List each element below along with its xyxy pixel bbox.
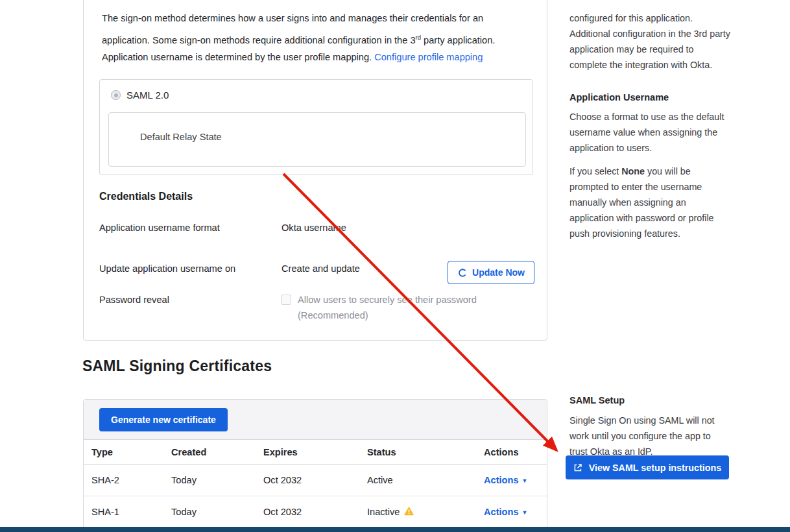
certificates-toolbar: Generate new certificate bbox=[84, 400, 547, 440]
chevron-down-icon: ▼ bbox=[522, 509, 528, 516]
cert-created: Today bbox=[171, 507, 263, 517]
cert-type: SHA-1 bbox=[91, 507, 171, 517]
default-relay-state-label: Default Relay State bbox=[140, 132, 222, 142]
saml-setup-paragraph: Single Sign On using SAML will not work … bbox=[569, 413, 730, 459]
cert-expires: Oct 2032 bbox=[263, 475, 367, 485]
footer-divider-bar bbox=[0, 527, 790, 532]
update-username-on-label: Update application username on bbox=[99, 263, 235, 274]
username-format-label: Application username format bbox=[99, 223, 220, 233]
actions-dropdown[interactable]: Actions▼ bbox=[484, 507, 527, 517]
configure-profile-mapping-link[interactable]: Configure profile mapping bbox=[374, 52, 483, 62]
external-link-icon bbox=[573, 463, 582, 472]
saml-radio-button[interactable] bbox=[111, 90, 121, 100]
app-username-p2-before: If you select bbox=[569, 166, 621, 176]
saml-certificates-heading: SAML Signing Certificates bbox=[82, 357, 272, 375]
actions-label: Actions bbox=[484, 475, 519, 485]
certificates-table-header: Type Created Expires Status Actions bbox=[84, 440, 547, 465]
password-reveal-option: Allow users to securely see their passwo… bbox=[298, 292, 505, 323]
chevron-down-icon: ▼ bbox=[522, 478, 528, 484]
username-mapping-description: Application username is determined by th… bbox=[102, 47, 543, 67]
actions-dropdown[interactable]: Actions▼ bbox=[484, 475, 527, 485]
cert-created: Today bbox=[171, 475, 263, 485]
cert-status: Inactive bbox=[367, 507, 400, 517]
actions-label: Actions bbox=[484, 507, 519, 517]
view-saml-setup-button[interactable]: View SAML setup instructions bbox=[566, 455, 729, 479]
application-username-heading: Application Username bbox=[569, 90, 730, 105]
password-reveal-note: (Recommended) bbox=[298, 310, 368, 320]
warning-icon bbox=[404, 507, 414, 518]
app-username-p2-after: you will be prompted to enter the userna… bbox=[569, 166, 714, 239]
saml-method-section: SAML 2.0 Default Relay State bbox=[99, 79, 533, 175]
cert-status: Active bbox=[367, 475, 393, 485]
username-format-value: Okta username bbox=[281, 223, 346, 233]
cert-type: SHA-2 bbox=[91, 475, 171, 485]
table-row: SHA-1 Today Oct 2032 Inactive Actions▼ bbox=[84, 496, 547, 527]
column-header-status: Status bbox=[367, 447, 484, 457]
refresh-icon bbox=[457, 268, 467, 278]
update-username-on-value: Create and update bbox=[281, 263, 360, 274]
column-header-expires: Expires bbox=[263, 447, 367, 457]
ordinal-superscript: rd bbox=[416, 34, 421, 41]
sign-on-description-tail: party application. bbox=[421, 35, 495, 45]
credentials-details-heading: Credentials Details bbox=[99, 191, 193, 202]
saml-setup-heading: SAML Setup bbox=[569, 393, 730, 408]
none-keyword: None bbox=[621, 166, 645, 176]
password-reveal-label: Password reveal bbox=[99, 295, 169, 305]
username-mapping-text: Application username is determined by th… bbox=[102, 52, 374, 62]
certificates-panel: Generate new certificate Type Created Ex… bbox=[83, 399, 547, 527]
saml-radio-label: SAML 2.0 bbox=[126, 90, 169, 101]
default-relay-state-field: Default Relay State bbox=[108, 112, 526, 167]
view-saml-setup-label: View SAML setup instructions bbox=[589, 463, 721, 473]
update-now-button[interactable]: Update Now bbox=[448, 261, 534, 284]
column-header-created: Created bbox=[171, 447, 263, 457]
password-reveal-option-text: Allow users to securely see their passwo… bbox=[298, 295, 477, 305]
sign-on-methods-card: The sign-on method determines how a user… bbox=[83, 0, 547, 341]
password-reveal-checkbox[interactable] bbox=[281, 295, 291, 305]
column-header-actions: Actions bbox=[484, 447, 534, 457]
table-row: SHA-2 Today Oct 2032 Active Actions▼ bbox=[84, 465, 547, 496]
column-header-type: Type bbox=[91, 447, 171, 457]
sidebar-intro-text: configured for this application. Additio… bbox=[569, 10, 730, 73]
generate-certificate-button[interactable]: Generate new certificate bbox=[99, 408, 228, 431]
update-now-label: Update Now bbox=[472, 267, 525, 278]
cert-expires: Oct 2032 bbox=[263, 507, 367, 517]
application-username-paragraph-1: Choose a format to use as the default us… bbox=[569, 109, 730, 156]
application-username-paragraph-2: If you select None you will be prompted … bbox=[569, 163, 730, 241]
sign-on-description: The sign-on method determines how a user… bbox=[102, 8, 527, 50]
